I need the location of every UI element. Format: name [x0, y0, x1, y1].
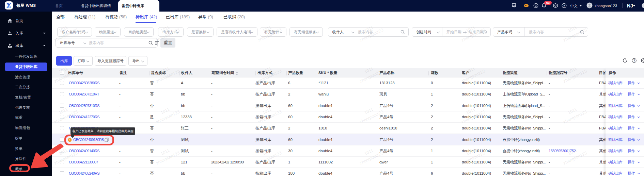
- svg-text:?: ?: [563, 4, 565, 7]
- svg-text:?: ?: [633, 59, 635, 62]
